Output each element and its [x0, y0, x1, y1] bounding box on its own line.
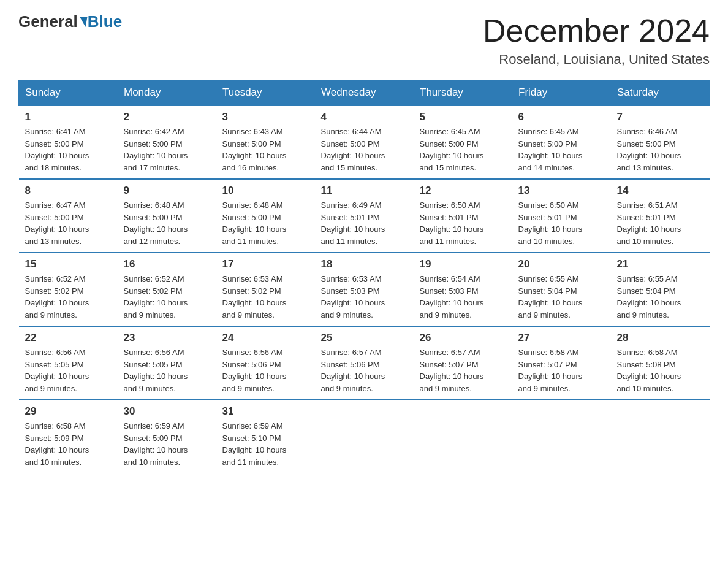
page-header: General Blue December 2024 Roseland, Lou… — [18, 12, 710, 67]
day-number: 6 — [518, 111, 605, 123]
day-number: 2 — [124, 111, 210, 123]
day-info: Sunrise: 6:52 AM Sunset: 5:02 PM Dayligh… — [25, 273, 112, 321]
day-info: Sunrise: 6:56 AM Sunset: 5:06 PM Dayligh… — [222, 347, 309, 394]
day-info: Sunrise: 6:46 AM Sunset: 5:00 PM Dayligh… — [617, 126, 703, 174]
header-row: SundayMondayTuesdayWednesdayThursdayFrid… — [19, 80, 710, 106]
day-number: 17 — [222, 258, 309, 270]
day-cell: 11 Sunrise: 6:49 AM Sunset: 5:01 PM Dayl… — [315, 179, 414, 253]
day-info: Sunrise: 6:55 AM Sunset: 5:04 PM Dayligh… — [617, 273, 703, 321]
calendar-table: SundayMondayTuesdayWednesdayThursdayFrid… — [18, 80, 710, 473]
day-number: 12 — [420, 185, 506, 197]
day-number: 4 — [321, 111, 408, 123]
day-cell: 26 Sunrise: 6:57 AM Sunset: 5:07 PM Dayl… — [414, 326, 512, 400]
day-number: 10 — [222, 185, 309, 197]
day-cell: 25 Sunrise: 6:57 AM Sunset: 5:06 PM Dayl… — [315, 326, 414, 400]
day-info: Sunrise: 6:44 AM Sunset: 5:00 PM Dayligh… — [321, 126, 408, 174]
day-info: Sunrise: 6:49 AM Sunset: 5:01 PM Dayligh… — [321, 199, 408, 247]
day-number: 5 — [420, 111, 506, 123]
day-cell: 2 Sunrise: 6:42 AM Sunset: 5:00 PM Dayli… — [118, 105, 216, 179]
day-info: Sunrise: 6:57 AM Sunset: 5:06 PM Dayligh… — [321, 347, 408, 394]
day-info: Sunrise: 6:43 AM Sunset: 5:00 PM Dayligh… — [222, 126, 309, 174]
day-cell: 17 Sunrise: 6:53 AM Sunset: 5:02 PM Dayl… — [216, 253, 315, 326]
day-number: 30 — [124, 405, 210, 418]
day-number: 25 — [321, 332, 408, 344]
day-number: 8 — [25, 185, 112, 197]
day-cell: 8 Sunrise: 6:47 AM Sunset: 5:00 PM Dayli… — [19, 179, 118, 253]
calendar-header: SundayMondayTuesdayWednesdayThursdayFrid… — [19, 80, 710, 106]
day-info: Sunrise: 6:50 AM Sunset: 5:01 PM Dayligh… — [420, 199, 506, 247]
day-cell: 27 Sunrise: 6:58 AM Sunset: 5:07 PM Dayl… — [512, 326, 611, 400]
day-info: Sunrise: 6:53 AM Sunset: 5:03 PM Dayligh… — [321, 273, 408, 321]
header-cell-tuesday: Tuesday — [216, 80, 315, 106]
week-row-4: 22 Sunrise: 6:56 AM Sunset: 5:05 PM Dayl… — [19, 326, 710, 400]
day-cell — [414, 400, 512, 473]
calendar-body: 1 Sunrise: 6:41 AM Sunset: 5:00 PM Dayli… — [19, 105, 710, 473]
day-cell: 10 Sunrise: 6:48 AM Sunset: 5:00 PM Dayl… — [216, 179, 315, 253]
day-cell — [315, 400, 414, 473]
day-cell: 1 Sunrise: 6:41 AM Sunset: 5:00 PM Dayli… — [19, 105, 118, 179]
week-row-2: 8 Sunrise: 6:47 AM Sunset: 5:00 PM Dayli… — [19, 179, 710, 253]
day-number: 28 — [617, 332, 703, 344]
day-cell: 30 Sunrise: 6:59 AM Sunset: 5:09 PM Dayl… — [118, 400, 216, 473]
day-cell: 7 Sunrise: 6:46 AM Sunset: 5:00 PM Dayli… — [611, 105, 710, 179]
logo: General Blue — [18, 12, 122, 31]
day-cell: 29 Sunrise: 6:58 AM Sunset: 5:09 PM Dayl… — [19, 400, 118, 473]
day-info: Sunrise: 6:53 AM Sunset: 5:02 PM Dayligh… — [222, 273, 309, 321]
day-cell: 12 Sunrise: 6:50 AM Sunset: 5:01 PM Dayl… — [414, 179, 512, 253]
day-cell: 9 Sunrise: 6:48 AM Sunset: 5:00 PM Dayli… — [118, 179, 216, 253]
day-cell: 18 Sunrise: 6:53 AM Sunset: 5:03 PM Dayl… — [315, 253, 414, 326]
day-info: Sunrise: 6:59 AM Sunset: 5:09 PM Dayligh… — [124, 420, 210, 468]
header-cell-thursday: Thursday — [414, 80, 512, 106]
day-info: Sunrise: 6:42 AM Sunset: 5:00 PM Dayligh… — [124, 126, 210, 174]
day-number: 21 — [617, 258, 703, 270]
day-number: 9 — [124, 185, 210, 197]
day-info: Sunrise: 6:56 AM Sunset: 5:05 PM Dayligh… — [124, 347, 210, 394]
day-number: 31 — [222, 405, 309, 418]
logo-general-text: General — [18, 12, 78, 31]
day-number: 29 — [25, 405, 112, 418]
header-cell-sunday: Sunday — [19, 80, 118, 106]
month-title: December 2024 — [483, 12, 710, 49]
logo-blue-text: Blue — [88, 12, 122, 31]
day-info: Sunrise: 6:58 AM Sunset: 5:09 PM Dayligh… — [25, 420, 112, 468]
week-row-1: 1 Sunrise: 6:41 AM Sunset: 5:00 PM Dayli… — [19, 105, 710, 179]
day-cell: 21 Sunrise: 6:55 AM Sunset: 5:04 PM Dayl… — [611, 253, 710, 326]
day-cell: 20 Sunrise: 6:55 AM Sunset: 5:04 PM Dayl… — [512, 253, 611, 326]
day-info: Sunrise: 6:54 AM Sunset: 5:03 PM Dayligh… — [420, 273, 506, 321]
day-info: Sunrise: 6:52 AM Sunset: 5:02 PM Dayligh… — [124, 273, 210, 321]
day-cell: 16 Sunrise: 6:52 AM Sunset: 5:02 PM Dayl… — [118, 253, 216, 326]
day-cell: 14 Sunrise: 6:51 AM Sunset: 5:01 PM Dayl… — [611, 179, 710, 253]
day-number: 20 — [518, 258, 605, 270]
day-number: 23 — [124, 332, 210, 344]
header-cell-friday: Friday — [512, 80, 611, 106]
day-number: 15 — [25, 258, 112, 270]
day-number: 16 — [124, 258, 210, 270]
title-section: December 2024 Roseland, Louisiana, Unite… — [483, 12, 710, 67]
day-cell: 24 Sunrise: 6:56 AM Sunset: 5:06 PM Dayl… — [216, 326, 315, 400]
week-row-3: 15 Sunrise: 6:52 AM Sunset: 5:02 PM Dayl… — [19, 253, 710, 326]
day-info: Sunrise: 6:48 AM Sunset: 5:00 PM Dayligh… — [124, 199, 210, 247]
day-number: 7 — [617, 111, 703, 123]
day-number: 11 — [321, 185, 408, 197]
day-cell: 28 Sunrise: 6:58 AM Sunset: 5:08 PM Dayl… — [611, 326, 710, 400]
day-info: Sunrise: 6:41 AM Sunset: 5:00 PM Dayligh… — [25, 126, 112, 174]
day-number: 22 — [25, 332, 112, 344]
day-cell: 19 Sunrise: 6:54 AM Sunset: 5:03 PM Dayl… — [414, 253, 512, 326]
day-info: Sunrise: 6:58 AM Sunset: 5:07 PM Dayligh… — [518, 347, 605, 394]
day-cell: 5 Sunrise: 6:45 AM Sunset: 5:00 PM Dayli… — [414, 105, 512, 179]
day-cell: 13 Sunrise: 6:50 AM Sunset: 5:01 PM Dayl… — [512, 179, 611, 253]
day-cell: 23 Sunrise: 6:56 AM Sunset: 5:05 PM Dayl… — [118, 326, 216, 400]
day-cell: 6 Sunrise: 6:45 AM Sunset: 5:00 PM Dayli… — [512, 105, 611, 179]
day-number: 18 — [321, 258, 408, 270]
day-cell: 3 Sunrise: 6:43 AM Sunset: 5:00 PM Dayli… — [216, 105, 315, 179]
header-cell-wednesday: Wednesday — [315, 80, 414, 106]
day-number: 1 — [25, 111, 112, 123]
day-info: Sunrise: 6:45 AM Sunset: 5:00 PM Dayligh… — [518, 126, 605, 174]
day-cell — [512, 400, 611, 473]
day-number: 19 — [420, 258, 506, 270]
day-info: Sunrise: 6:56 AM Sunset: 5:05 PM Dayligh… — [25, 347, 112, 394]
day-number: 27 — [518, 332, 605, 344]
day-cell: 15 Sunrise: 6:52 AM Sunset: 5:02 PM Dayl… — [19, 253, 118, 326]
day-info: Sunrise: 6:48 AM Sunset: 5:00 PM Dayligh… — [222, 199, 309, 247]
day-number: 3 — [222, 111, 309, 123]
